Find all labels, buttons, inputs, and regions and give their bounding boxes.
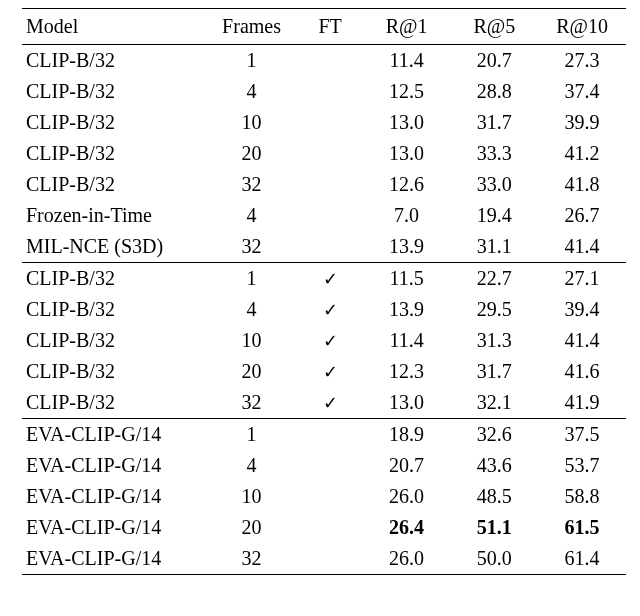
cell-r5: 32.6: [450, 419, 538, 451]
cell-frames: 20: [206, 356, 298, 387]
cell-r1: 18.9: [363, 419, 451, 451]
cell-r1: 7.0: [363, 200, 451, 231]
table-row: Frozen-in-Time47.019.426.7: [22, 200, 626, 231]
cell-r10: 27.1: [538, 263, 626, 295]
check-icon: ✓: [323, 331, 338, 351]
cell-r10: 41.8: [538, 169, 626, 200]
table-row: CLIP-B/3232✓13.032.141.9: [22, 387, 626, 419]
cell-frames: 10: [206, 107, 298, 138]
cell-ft: [297, 45, 362, 77]
cell-frames: 32: [206, 169, 298, 200]
cell-model: CLIP-B/32: [22, 45, 206, 77]
cell-ft: ✓: [297, 387, 362, 419]
cell-r1: 26.0: [363, 543, 451, 575]
cell-r10: 41.9: [538, 387, 626, 419]
cell-model: CLIP-B/32: [22, 263, 206, 295]
cell-model: CLIP-B/32: [22, 107, 206, 138]
cell-model: EVA-CLIP-G/14: [22, 543, 206, 575]
cell-r10: 53.7: [538, 450, 626, 481]
cell-ft: ✓: [297, 356, 362, 387]
cell-r10: 41.4: [538, 231, 626, 263]
cell-model: EVA-CLIP-G/14: [22, 450, 206, 481]
cell-r10: 41.4: [538, 325, 626, 356]
cell-model: CLIP-B/32: [22, 76, 206, 107]
cell-ft: [297, 512, 362, 543]
cell-r10: 41.6: [538, 356, 626, 387]
check-icon: ✓: [323, 362, 338, 382]
cell-ft: [297, 419, 362, 451]
cell-frames: 20: [206, 512, 298, 543]
table-row: CLIP-B/3210✓11.431.341.4: [22, 325, 626, 356]
cell-ft: [297, 450, 362, 481]
cell-r10: 61.4: [538, 543, 626, 575]
cell-r1: 13.0: [363, 138, 451, 169]
cell-model: EVA-CLIP-G/14: [22, 419, 206, 451]
cell-r1: 12.3: [363, 356, 451, 387]
cell-r5: 50.0: [450, 543, 538, 575]
cell-model: CLIP-B/32: [22, 294, 206, 325]
cell-frames: 20: [206, 138, 298, 169]
cell-ft: [297, 169, 362, 200]
cell-r5: 51.1: [450, 512, 538, 543]
cell-r5: 31.1: [450, 231, 538, 263]
cell-frames: 1: [206, 45, 298, 77]
table-row: EVA-CLIP-G/14420.743.653.7: [22, 450, 626, 481]
cell-model: CLIP-B/32: [22, 387, 206, 419]
cell-r5: 43.6: [450, 450, 538, 481]
cell-r5: 31.7: [450, 107, 538, 138]
cell-model: EVA-CLIP-G/14: [22, 481, 206, 512]
cell-ft: [297, 200, 362, 231]
cell-frames: 10: [206, 325, 298, 356]
cell-ft: ✓: [297, 325, 362, 356]
cell-model: Frozen-in-Time: [22, 200, 206, 231]
cell-frames: 10: [206, 481, 298, 512]
col-model: Model: [22, 9, 206, 45]
cell-ft: [297, 76, 362, 107]
cell-r1: 11.4: [363, 45, 451, 77]
cell-r1: 13.9: [363, 294, 451, 325]
table-row: EVA-CLIP-G/142026.451.161.5: [22, 512, 626, 543]
table-row: EVA-CLIP-G/14118.932.637.5: [22, 419, 626, 451]
cell-ft: [297, 481, 362, 512]
cell-r1: 26.4: [363, 512, 451, 543]
cell-r10: 61.5: [538, 512, 626, 543]
cell-model: CLIP-B/32: [22, 169, 206, 200]
cell-r5: 28.8: [450, 76, 538, 107]
col-r5: R@5: [450, 9, 538, 45]
cell-frames: 4: [206, 200, 298, 231]
cell-r10: 58.8: [538, 481, 626, 512]
cell-ft: [297, 543, 362, 575]
cell-r5: 20.7: [450, 45, 538, 77]
cell-ft: [297, 231, 362, 263]
table-row: CLIP-B/3220✓12.331.741.6: [22, 356, 626, 387]
table-row: CLIP-B/321✓11.522.727.1: [22, 263, 626, 295]
cell-r5: 19.4: [450, 200, 538, 231]
results-table: Model Frames FT R@1 R@5 R@10 CLIP-B/3211…: [22, 8, 626, 575]
col-frames: Frames: [206, 9, 298, 45]
cell-model: CLIP-B/32: [22, 356, 206, 387]
cell-model: CLIP-B/32: [22, 138, 206, 169]
cell-r1: 13.0: [363, 107, 451, 138]
table-row: MIL-NCE (S3D)3213.931.141.4: [22, 231, 626, 263]
cell-r1: 11.4: [363, 325, 451, 356]
cell-r1: 20.7: [363, 450, 451, 481]
table-row: CLIP-B/322013.033.341.2: [22, 138, 626, 169]
cell-frames: 32: [206, 387, 298, 419]
cell-frames: 1: [206, 263, 298, 295]
cell-r1: 13.9: [363, 231, 451, 263]
cell-r5: 31.7: [450, 356, 538, 387]
cell-r5: 29.5: [450, 294, 538, 325]
cell-r5: 48.5: [450, 481, 538, 512]
table-row: CLIP-B/323212.633.041.8: [22, 169, 626, 200]
cell-frames: 32: [206, 543, 298, 575]
cell-r1: 12.5: [363, 76, 451, 107]
cell-r10: 26.7: [538, 200, 626, 231]
col-r10: R@10: [538, 9, 626, 45]
cell-r5: 31.3: [450, 325, 538, 356]
table-row: EVA-CLIP-G/143226.050.061.4: [22, 543, 626, 575]
cell-r5: 32.1: [450, 387, 538, 419]
cell-r5: 22.7: [450, 263, 538, 295]
cell-r1: 11.5: [363, 263, 451, 295]
table-row: CLIP-B/32412.528.837.4: [22, 76, 626, 107]
col-ft: FT: [297, 9, 362, 45]
